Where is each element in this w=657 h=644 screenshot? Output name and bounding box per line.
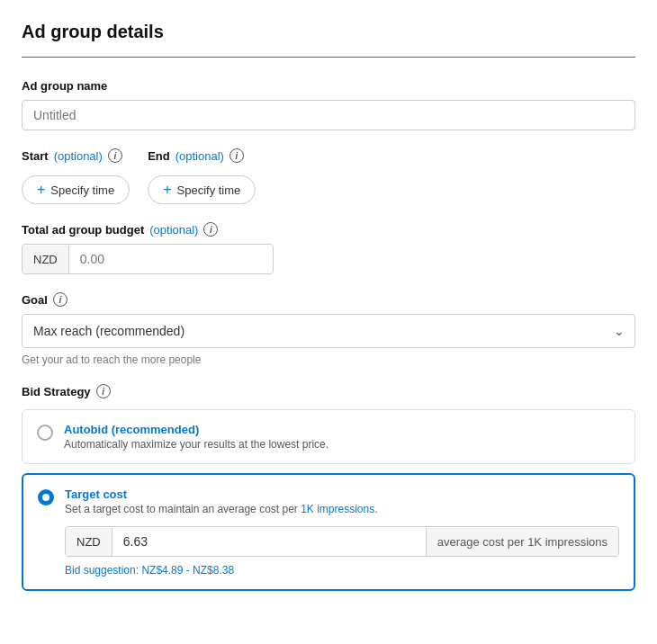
cost-input-row: NZD average cost per 1K impressions: [65, 526, 619, 557]
start-specify-btn[interactable]: + Specify time: [22, 175, 130, 204]
ad-group-name-input[interactable]: [22, 100, 635, 130]
ad-group-name-section: Ad group name: [22, 79, 635, 130]
target-cost-link[interactable]: 1K impressions.: [301, 503, 377, 515]
page-title: Ad group details: [22, 22, 635, 42]
end-label: End (optional) i: [148, 148, 256, 163]
target-cost-title: Target cost: [65, 487, 619, 501]
bid-suggestion: Bid suggestion: NZ$4.89 - NZ$8.38: [65, 564, 619, 577]
goal-select[interactable]: Max reach (recommended) Website visits V…: [22, 314, 635, 348]
goal-select-wrapper: Max reach (recommended) Website visits V…: [22, 314, 635, 348]
start-label: Start (optional) i: [22, 148, 130, 163]
target-cost-radio[interactable]: [38, 489, 54, 505]
goal-hint: Get your ad to reach the more people: [22, 353, 635, 366]
budget-currency-label: NZD: [22, 246, 69, 273]
autobid-option[interactable]: Autobid (recommended) Automatically maxi…: [22, 409, 635, 464]
start-col: Start (optional) i + Specify time: [22, 148, 130, 204]
budget-info-icon[interactable]: i: [203, 222, 218, 237]
section-divider: [22, 57, 635, 58]
target-cost-content: Target cost Set a target cost to maintai…: [65, 487, 619, 577]
ad-group-name-label: Ad group name: [22, 79, 635, 93]
autobid-desc: Automatically maximize your results at t…: [64, 438, 328, 451]
target-cost-desc: Set a target cost to maintain an average…: [65, 503, 619, 515]
target-cost-option[interactable]: Target cost Set a target cost to maintai…: [22, 473, 635, 591]
budget-input-row: NZD: [22, 244, 274, 274]
end-info-icon[interactable]: i: [230, 148, 244, 163]
start-info-icon[interactable]: i: [108, 148, 122, 163]
bid-strategy-info-icon[interactable]: i: [96, 384, 111, 398]
budget-label: Total ad group budget (optional) i: [22, 222, 635, 237]
goal-info-icon[interactable]: i: [53, 292, 68, 307]
start-plus-icon: +: [37, 182, 45, 198]
autobid-content: Autobid (recommended) Automatically maxi…: [64, 423, 328, 451]
goal-section: Goal i Max reach (recommended) Website v…: [22, 292, 635, 366]
cost-unit-label: average cost per 1K impressions: [426, 528, 618, 556]
budget-section: Total ad group budget (optional) i NZD: [22, 222, 635, 274]
bid-strategy-label: Bid Strategy i: [22, 384, 635, 398]
autobid-radio[interactable]: [37, 425, 53, 441]
autobid-title: Autobid (recommended): [64, 423, 328, 436]
cost-currency-label: NZD: [66, 528, 112, 556]
goal-label: Goal i: [22, 292, 635, 307]
end-specify-btn[interactable]: + Specify time: [148, 175, 256, 204]
target-cost-inner: NZD average cost per 1K impressions Bid …: [65, 526, 619, 577]
end-plus-icon: +: [163, 182, 171, 198]
cost-value-input[interactable]: [112, 527, 426, 556]
budget-input[interactable]: [69, 245, 273, 273]
start-end-row: Start (optional) i + Specify time End (o…: [22, 148, 635, 204]
end-col: End (optional) i + Specify time: [148, 148, 256, 204]
bid-strategy-section: Bid Strategy i Autobid (recommended) Aut…: [22, 384, 635, 591]
